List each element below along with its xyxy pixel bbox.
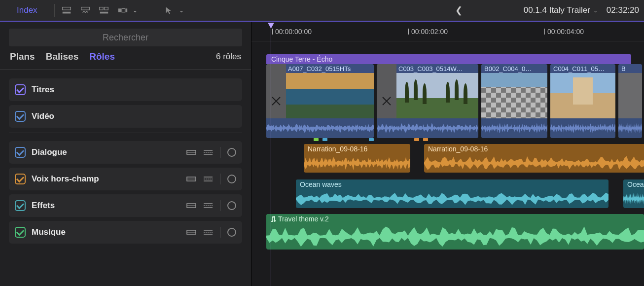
ruler-tick: 00:00:00:00 [275,28,312,36]
svg-marker-34 [304,157,410,170]
timeline-ruler[interactable]: 00:00:00:0000:00:02:0000:00:04:00 [251,22,644,41]
lane-collapse-icon[interactable] [186,148,196,156]
marker[interactable] [414,138,419,141]
clip-label: C004_C011_05… [550,64,615,73]
clip-label: Narration_09-08-16 [304,144,410,154]
role-checkbox[interactable] [15,111,26,122]
title-clip[interactable]: Cinque Terre - Écho [266,54,631,64]
divider [220,174,220,184]
video-clip[interactable]: A007_C032_0515HTs [266,64,374,138]
video-clip[interactable]: C003_C003_0514W… [377,64,478,138]
focus-toggle[interactable] [227,228,236,237]
skimming-icon[interactable] [60,5,73,16]
clip-label: Ocean waves [296,179,608,189]
svg-marker-31 [481,123,547,133]
back-arrow-icon[interactable]: ❮ [451,5,466,16]
role-checkbox[interactable] [15,200,26,211]
marker[interactable] [423,138,428,141]
svg-rect-5 [100,12,108,14]
lane-expand-icon[interactable] [203,175,213,183]
divider [220,227,220,238]
marker[interactable] [369,138,374,141]
video-clip[interactable]: B [618,64,642,138]
thumbnail [396,73,437,118]
svg-rect-0 [62,7,71,10]
thumbnail [618,73,642,118]
role-checkbox[interactable] [15,84,26,95]
lane-expand-icon[interactable] [203,148,213,156]
svg-rect-3 [99,7,103,10]
lane-expand-icon[interactable] [203,228,213,236]
tab-roles[interactable]: Rôles [89,51,115,62]
playhead[interactable] [271,27,271,286]
timeline[interactable]: 00:00:00:0000:00:02:0000:00:04:00 Cinque… [251,22,644,286]
chevron-down-icon[interactable]: ⌄ [133,7,138,14]
role-label: Vidéo [32,111,236,121]
lane-expand-icon[interactable] [203,202,213,210]
role-row-dialogue[interactable]: Dialogue [9,141,242,164]
role-row-voix[interactable]: Voix hors-champ [9,168,242,190]
thumbnail [286,73,330,118]
role-row-video[interactable]: Vidéo [9,105,242,128]
select-tool-icon[interactable] [162,5,176,16]
search-input[interactable] [9,29,242,46]
role-checkbox[interactable] [15,227,26,238]
role-label: Voix hors-champ [32,174,180,184]
index-button[interactable]: Index [5,5,49,15]
trim-icon[interactable] [116,5,130,16]
divider [220,147,220,158]
effects-clip[interactable]: Ocean [623,179,644,208]
lane-collapse-icon[interactable] [186,228,196,236]
clip-waveform [377,118,478,138]
focus-toggle[interactable] [227,201,236,210]
narration-clip[interactable]: Narration_09-08-16 [424,144,644,173]
svg-marker-30 [377,123,478,133]
role-checkbox[interactable] [15,147,26,158]
svg-rect-6 [118,8,121,12]
thumbnail [481,73,547,118]
focus-toggle[interactable] [227,148,236,157]
toolbar: Index ⌄ ⌄ ❮ 00.1.4 Italy Trailer⌄ 02:32:… [0,0,644,22]
ruler-tick: 00:00:04:00 [547,28,584,36]
divider [54,4,55,17]
chevron-down-icon[interactable]: ⌄ [179,7,184,14]
music-clip[interactable]: Travel theme v.2 [266,214,644,250]
focus-toggle[interactable] [227,175,236,183]
solo-icon[interactable] [97,5,111,16]
lane-collapse-icon[interactable] [186,202,196,210]
narration-clip[interactable]: Narration_09-08-16 [304,144,410,173]
role-label: Musique [32,227,180,237]
role-row-musique[interactable]: Musique [9,221,242,244]
svg-marker-29 [266,124,374,133]
svg-marker-38 [266,226,644,247]
divider [220,200,220,211]
svg-marker-37 [623,192,644,205]
index-sidebar: Plans Balises Rôles 6 rôles TitresVidéoD… [0,22,251,286]
marker[interactable] [314,138,319,141]
thumbnail [437,73,478,118]
effects-clip[interactable]: Ocean waves [296,179,608,208]
video-lane: A007_C032_0515HTsC003_C003_0514W…B002_C0… [266,64,642,138]
clip-waveform [550,118,615,138]
svg-marker-35 [424,156,644,170]
clip-label: B002_C004_0… [481,64,547,73]
clip-label: Narration_09-08-16 [424,144,644,154]
marker[interactable] [322,138,327,141]
role-row-effets[interactable]: Effets [9,194,242,217]
video-clip[interactable]: B002_C004_0… [481,64,547,138]
clip-label: Ocean [623,179,644,189]
svg-marker-33 [618,123,642,133]
lane-collapse-icon[interactable] [186,175,196,183]
role-checkbox[interactable] [15,174,26,184]
snapping-icon[interactable] [78,5,92,16]
video-clip[interactable]: C004_C011_05… [550,64,615,138]
tab-plans[interactable]: Plans [10,51,35,62]
project-name-dropdown[interactable]: 00.1.4 Italy Trailer⌄ [524,5,598,15]
tab-balises[interactable]: Balises [46,51,79,62]
clip-waveform [266,118,374,138]
clip-label: Travel theme v.2 [266,214,644,224]
role-row-titres[interactable]: Titres [9,78,242,101]
role-label: Titres [32,85,236,95]
svg-marker-32 [550,123,615,133]
ruler-tick: 00:00:02:00 [411,28,448,36]
